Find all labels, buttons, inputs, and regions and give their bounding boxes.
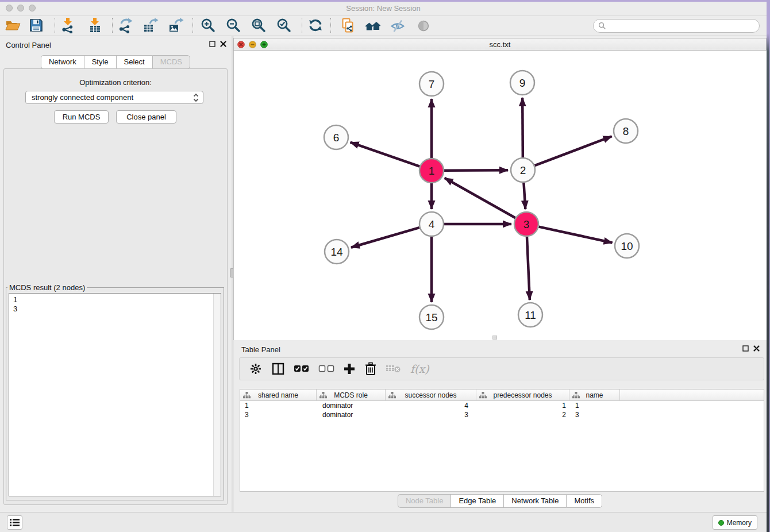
graph-node-11[interactable]: 11 [518, 303, 542, 327]
graph-edge-1-2[interactable] [444, 170, 508, 171]
table-cell[interactable]: 3 [569, 410, 620, 419]
memory-button[interactable]: Memory [713, 515, 757, 530]
delete-table-icon[interactable] [386, 361, 402, 377]
graph-edge-3-11[interactable] [527, 237, 530, 300]
table-cell[interactable]: 3 [240, 410, 317, 419]
optimization-criterion-select[interactable]: strongly connected component [25, 91, 203, 104]
close-panel-icon[interactable] [220, 41, 226, 47]
open-folder-icon[interactable] [5, 17, 21, 33]
table-cell[interactable]: 3 [386, 410, 476, 419]
graph-node-15[interactable]: 15 [419, 305, 444, 329]
tab-select[interactable]: Select [116, 55, 152, 69]
canvas-resize-handle[interactable] [492, 336, 497, 340]
graph-edge-3-1[interactable] [445, 178, 515, 218]
graph-edge-2-8[interactable] [535, 136, 612, 165]
clone-network-icon[interactable] [340, 17, 356, 33]
table-row[interactable]: 1dominator411 [240, 401, 764, 410]
toolbar-separator [330, 18, 331, 33]
export-network-icon[interactable] [117, 17, 133, 33]
graph-node-7[interactable]: 7 [419, 72, 444, 96]
column-header-label: name [586, 391, 603, 399]
table-cell[interactable]: 4 [386, 401, 476, 410]
float-panel-icon[interactable] [209, 41, 215, 47]
graph-node-label: 15 [425, 311, 437, 323]
refresh-icon[interactable] [307, 17, 324, 33]
split-panel-icon[interactable] [271, 361, 285, 377]
delete-column-icon[interactable] [364, 361, 377, 377]
search-input[interactable] [606, 22, 759, 30]
network-window-titlebar[interactable]: scc.txt [233, 38, 767, 51]
tab-network[interactable]: Network [41, 55, 84, 69]
table-row[interactable]: 3dominator323 [240, 410, 764, 419]
tab-edge-table[interactable]: Edge Table [451, 494, 503, 508]
graph-node-6[interactable]: 6 [324, 125, 348, 149]
table-cell[interactable]: 1 [476, 401, 569, 410]
table-cell[interactable]: 1 [240, 401, 317, 410]
zoom-out-icon[interactable] [225, 17, 241, 33]
column-header-successor-nodes[interactable]: successor nodes [386, 390, 476, 401]
optimization-criterion-label: Optimization criterion: [0, 78, 231, 87]
home-icon[interactable] [365, 17, 381, 33]
zoom-selected-icon[interactable] [276, 17, 292, 33]
titlebar: Session: New Session [0, 2, 767, 16]
network-window-title: scc.txt [234, 40, 766, 49]
task-history-button[interactable] [7, 515, 22, 530]
graph-edge-2-9[interactable] [522, 98, 523, 157]
zoom-in-icon[interactable] [200, 17, 216, 33]
table-cell[interactable]: 1 [569, 401, 620, 410]
toolbar-separator [302, 18, 302, 33]
run-mcds-button[interactable]: Run MCDS [54, 110, 109, 124]
tab-motifs[interactable]: Motifs [566, 494, 602, 508]
search-icon [598, 22, 606, 30]
node-table: shared nameMCDS rolesuccessor nodesprede… [240, 389, 764, 492]
graph-edge-3-10[interactable] [538, 227, 612, 243]
add-column-icon[interactable] [343, 361, 356, 377]
table-cell[interactable]: dominator [317, 410, 386, 419]
search-box[interactable] [593, 19, 760, 33]
tab-network-table[interactable]: Network Table [503, 494, 566, 508]
export-table-icon[interactable] [143, 17, 159, 33]
select-all-icon[interactable] [294, 361, 310, 377]
save-icon[interactable] [28, 17, 44, 33]
gear-icon[interactable] [249, 361, 263, 377]
tab-mcds[interactable]: MCDS [152, 55, 190, 69]
network-graph[interactable]: 7968124314101511 [234, 51, 767, 340]
export-image-icon[interactable] [168, 17, 184, 33]
function-builder-icon[interactable]: f(x) [410, 361, 429, 377]
network-canvas[interactable]: 7968124314101511 [233, 51, 767, 340]
graph-edge-2-3[interactable] [523, 183, 525, 209]
graph-edge-1-6[interactable] [351, 142, 420, 167]
table-cell[interactable]: dominator [317, 401, 386, 410]
mcds-result-box[interactable]: 1 3 [9, 293, 221, 496]
column-header-mcds-role[interactable]: MCDS role [317, 390, 386, 401]
graph-node-3[interactable]: 3 [514, 212, 538, 236]
graph-node-4[interactable]: 4 [419, 212, 444, 236]
hide-details-icon[interactable] [390, 17, 406, 33]
graph-edge-4-14[interactable] [351, 228, 419, 248]
import-network-icon[interactable] [60, 17, 76, 33]
column-header-predecessor-nodes[interactable]: predecessor nodes [476, 390, 569, 401]
table-cell[interactable]: 2 [476, 410, 569, 419]
float-table-panel-icon[interactable] [742, 345, 749, 352]
import-table-icon[interactable] [87, 17, 103, 33]
column-header-label: MCDS role [334, 391, 368, 399]
control-panel-tabs: NetworkStyleSelectMCDS [0, 55, 231, 69]
graph-node-9[interactable]: 9 [510, 71, 534, 95]
graph-node-10[interactable]: 10 [615, 234, 639, 258]
show-details-icon[interactable] [415, 17, 432, 33]
deselect-all-icon[interactable] [318, 361, 334, 377]
toolbar-separator [55, 18, 55, 33]
close-table-panel-icon[interactable] [753, 345, 760, 352]
graph-node-8[interactable]: 8 [614, 119, 638, 143]
zoom-fit-icon[interactable] [251, 17, 267, 33]
tab-node-table[interactable]: Node Table [398, 494, 451, 508]
tab-style[interactable]: Style [84, 55, 116, 69]
column-header-name[interactable]: name [569, 390, 620, 401]
close-panel-button[interactable]: Close panel [116, 110, 176, 124]
graph-node-14[interactable]: 14 [325, 240, 349, 264]
column-header-shared-name[interactable]: shared name [240, 390, 317, 401]
result-scrollbar[interactable] [213, 294, 221, 496]
graph-node-2[interactable]: 2 [511, 158, 535, 182]
status-bar: Memory [0, 512, 767, 532]
graph-node-1[interactable]: 1 [419, 159, 444, 183]
